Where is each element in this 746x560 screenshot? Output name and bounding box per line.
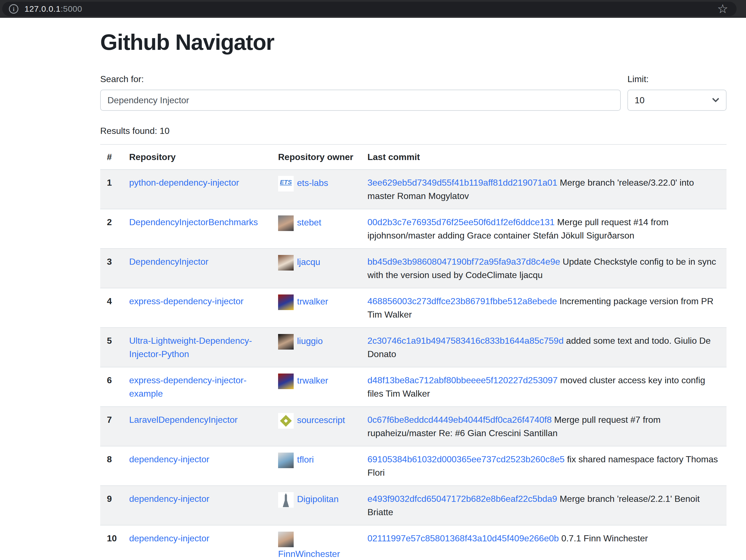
commit-hash-link[interactable]: d48f13be8ac712abf80bbeeee5f120227d253097 [367, 375, 557, 385]
address-bar[interactable]: i 127.0.0.1:5000 ☆ [2, 2, 737, 16]
commit-cell: d48f13be8ac712abf80bbeeee5f120227d253097… [361, 367, 726, 407]
owner-name: ets-labs [297, 178, 328, 188]
results-table-body: 1 python-dependency-injector ETSets-labs… [100, 170, 726, 560]
limit-select[interactable]: 10 [627, 90, 726, 111]
owner-cell: liuggio [271, 328, 361, 367]
repo-link[interactable]: dependency-injector [129, 533, 209, 543]
commit-hash-link[interactable]: 00d2b3c7e76935d76f25ee50f6d1f2ef6ddce131 [367, 217, 555, 227]
row-index: 8 [100, 446, 122, 486]
commit-hash-link[interactable]: 69105384b61032d000365ee737cd2523b260c8e5 [367, 454, 565, 464]
column-header-owner: Repository owner [271, 144, 361, 170]
repo-cell: python-dependency-injector [122, 170, 271, 209]
repo-cell: LaravelDependencyInjector [122, 407, 271, 446]
row-index: 5 [100, 328, 122, 367]
owner-link[interactable]: tflori [278, 454, 314, 465]
table-row: 1 python-dependency-injector ETSets-labs… [100, 170, 726, 209]
repo-link[interactable]: DependencyInjectorBenchmarks [129, 217, 258, 227]
owner-avatar-image [278, 215, 294, 231]
owner-link[interactable]: liuggio [278, 336, 323, 346]
commit-hash-link[interactable]: bb45d9e3b98608047190bf72a95fa9a37d8c4e9e [367, 257, 560, 267]
owner-avatar-image [278, 294, 294, 310]
owner-name: stebet [297, 217, 321, 227]
url-host: 127.0.0.1 [25, 4, 61, 13]
table-row: 2 DependencyInjectorBenchmarks stebet 00… [100, 209, 726, 248]
commit-hash-link[interactable]: 2c30746c1a91b4947583416c833b1644a85c759d [367, 336, 564, 346]
commit-cell: 2c30746c1a91b4947583416c833b1644a85c759d… [361, 328, 726, 367]
repo-link[interactable]: dependency-injector [129, 454, 209, 464]
owner-name: trwalker [297, 376, 328, 385]
owner-avatar-image [278, 374, 294, 389]
owner-link[interactable]: sourcescript [278, 415, 345, 425]
row-index: 10 [100, 525, 122, 560]
table-row: 3 DependencyInjector ljacqu bb45d9e3b986… [100, 248, 726, 288]
table-row: 8 dependency-injector tflori 69105384b61… [100, 446, 726, 486]
row-index: 9 [100, 486, 122, 525]
owner-name: Digipolitan [297, 494, 339, 504]
page-container: Github Navigator Search for: Limit: 10 R… [100, 30, 726, 560]
search-label: Search for: [100, 73, 621, 85]
owner-avatar-image [278, 532, 294, 547]
owner-link[interactable]: trwalker [278, 296, 328, 306]
repo-link[interactable]: express-dependency-injector-example [129, 375, 247, 399]
owner-cell: FinnWinchester [271, 525, 361, 560]
table-row: 7 LaravelDependencyInjector sourcescript… [100, 407, 726, 446]
search-field-group: Search for: [100, 73, 621, 111]
commit-hash-link[interactable]: 468856003c273dffce23b86791fbbe512a8ebede [367, 296, 557, 306]
table-row: 10 dependency-injector FinnWinchester 02… [100, 525, 726, 560]
commit-hash-link[interactable]: 0c67f6be8eddcd4449eb4044f5df0ca26f4740f8 [367, 415, 552, 425]
owner-link[interactable]: Digipolitan [278, 494, 339, 504]
commit-cell: 468856003c273dffce23b86791fbbe512a8ebede… [361, 288, 726, 328]
commit-cell: bb45d9e3b98608047190bf72a95fa9a37d8c4e9e… [361, 248, 726, 288]
commit-cell: 02111997e57c85801368f43a10d45f409e266e0b… [361, 525, 726, 560]
owner-cell: stebet [271, 209, 361, 248]
owner-name: liuggio [297, 336, 323, 346]
column-header-index: # [100, 144, 122, 170]
limit-label: Limit: [627, 73, 726, 85]
owner-avatar-image [278, 492, 294, 508]
commit-hash-link[interactable]: 3ee629eb5d7349d55f41b119aff81dd219071a01 [367, 178, 557, 187]
owner-link[interactable]: stebet [278, 217, 321, 227]
row-index: 2 [100, 209, 122, 248]
search-form: Search for: Limit: 10 [100, 73, 726, 111]
owner-link[interactable]: FinnWinchester [278, 534, 340, 559]
repo-link[interactable]: Ultra-Lightweight-Dependency-Injector-Py… [129, 336, 252, 359]
column-header-last-commit: Last commit [361, 144, 726, 170]
repo-link[interactable]: LaravelDependencyInjector [129, 415, 238, 425]
row-index: 7 [100, 407, 122, 446]
table-row: 4 express-dependency-injector trwalker 4… [100, 288, 726, 328]
bookmark-star-icon[interactable]: ☆ [717, 3, 728, 15]
repo-cell: express-dependency-injector-example [122, 367, 271, 407]
results-count: Results found: 10 [100, 125, 726, 137]
owner-avatar-image [278, 452, 294, 468]
repo-link[interactable]: express-dependency-injector [129, 296, 243, 306]
limit-select-wrap: 10 [627, 90, 726, 111]
info-icon[interactable]: i [9, 4, 18, 13]
repo-cell: dependency-injector [122, 446, 271, 486]
row-index: 6 [100, 367, 122, 407]
commit-hash-link[interactable]: e493f9032dfcd65047172b682e8b6eaf22c5bda9 [367, 494, 557, 504]
repo-link[interactable]: DependencyInjector [129, 257, 208, 267]
commit-cell: e493f9032dfcd65047172b682e8b6eaf22c5bda9… [361, 486, 726, 525]
search-input[interactable] [100, 90, 621, 111]
repo-link[interactable]: dependency-injector [129, 494, 209, 504]
row-index: 3 [100, 248, 122, 288]
commit-message: 0.7.1 Finn Winchester [561, 533, 648, 543]
owner-cell: tflori [271, 446, 361, 486]
table-row: 9 dependency-injector Digipolitan e493f9… [100, 486, 726, 525]
owner-link[interactable]: ETSets-labs [278, 178, 328, 188]
url-text: 127.0.0.1:5000 [25, 4, 82, 13]
repo-cell: Ultra-Lightweight-Dependency-Injector-Py… [122, 328, 271, 367]
results-table: # Repository Repository owner Last commi… [100, 144, 726, 560]
owner-name: FinnWinchester [278, 549, 340, 559]
commit-cell: 3ee629eb5d7349d55f41b119aff81dd219071a01… [361, 170, 726, 209]
row-index: 1 [100, 170, 122, 209]
owner-link[interactable]: ljacqu [278, 257, 320, 267]
limit-field-group: Limit: 10 [627, 73, 726, 111]
repo-link[interactable]: python-dependency-injector [129, 178, 239, 187]
owner-link[interactable]: trwalker [278, 376, 328, 385]
repo-cell: express-dependency-injector [122, 288, 271, 328]
commit-hash-link[interactable]: 02111997e57c85801368f43a10d45f409e266e0b [367, 533, 559, 543]
owner-avatar-image [278, 255, 294, 270]
browser-bar: i 127.0.0.1:5000 ☆ [0, 0, 746, 18]
repo-cell: DependencyInjector [122, 248, 271, 288]
